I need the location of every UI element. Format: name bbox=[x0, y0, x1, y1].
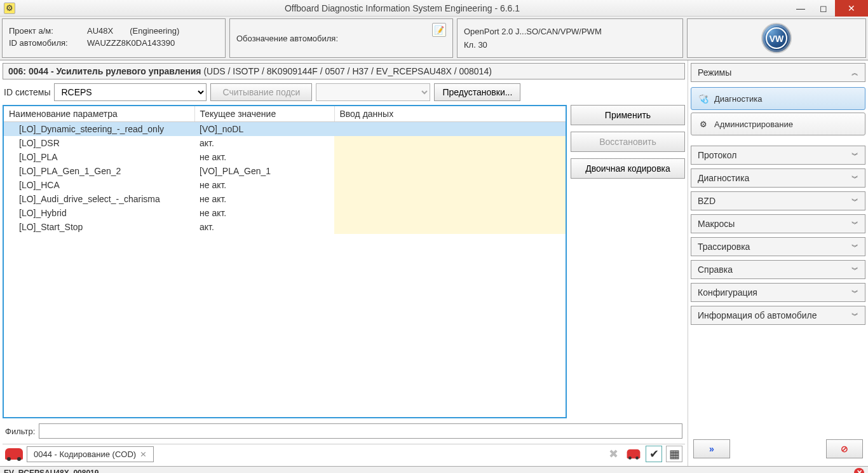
param-value: не акт. bbox=[194, 150, 334, 164]
vehicle-id-label: ID автомобиля: bbox=[9, 38, 82, 48]
param-input[interactable] bbox=[334, 150, 566, 164]
tools-disabled-icon: ✖ bbox=[605, 446, 621, 462]
col-current[interactable]: Текущее значение bbox=[194, 106, 334, 122]
chevron-down-icon: ︾ bbox=[851, 196, 858, 206]
chevron-down-icon: ︾ bbox=[851, 219, 858, 229]
side-buttons: Применить Восстановить Двоичная кодировк… bbox=[571, 105, 685, 418]
chevron-up-icon: ︽ bbox=[851, 68, 858, 78]
tab-coding[interactable]: 0044 - Кодирование (COD) ⨯ bbox=[27, 446, 154, 462]
mode-diagnostics[interactable]: 🩺 Диагностика bbox=[691, 87, 865, 110]
section-конфигурация[interactable]: Конфигурация︾ bbox=[691, 283, 865, 302]
gear-icon: ⚙ bbox=[698, 118, 709, 130]
window-buttons: — ◻ ✕ bbox=[789, 0, 868, 17]
param-input[interactable] bbox=[334, 164, 566, 178]
bottom-bar: 0044 - Кодирование (COD) ⨯ ✖ ✔ ▦ bbox=[3, 444, 685, 463]
project-label: Проект а/м: bbox=[9, 26, 82, 36]
interface-panel: OpenPort 2.0 J...SO/CAN/VPW/PWM Кл. 30 bbox=[457, 18, 683, 58]
error-icon[interactable]: ✕ bbox=[854, 468, 864, 474]
section-протокол[interactable]: Протокол︾ bbox=[691, 146, 865, 165]
car-icon[interactable] bbox=[5, 448, 23, 460]
project-panel: Проект а/м: AU48X (Engineering) ID автом… bbox=[2, 18, 226, 58]
param-value: [VO]_PLA_Gen_1 bbox=[194, 164, 334, 178]
stethoscope-icon: 🩺 bbox=[698, 93, 709, 104]
table-row[interactable]: [LO]_Hybridне акт. bbox=[4, 206, 566, 220]
section-информация-об-автомобиле[interactable]: Информация об автомобиле︾ bbox=[691, 306, 865, 325]
restore-button[interactable]: Восстановить bbox=[571, 132, 685, 152]
titlebar: ⚙ Offboard Diagnostic Information System… bbox=[0, 0, 868, 17]
section-трассировка[interactable]: Трассировка︾ bbox=[691, 237, 865, 256]
window-title: Offboard Diagnostic Information System E… bbox=[15, 3, 789, 13]
param-name: [LO]_HCA bbox=[4, 178, 194, 192]
main: 006: 0044 - Усилитель рулевого управлени… bbox=[0, 60, 868, 466]
vehicle-id-value: WAUZZZ8K0DA143390 bbox=[87, 38, 175, 48]
system-id-select[interactable]: RCEPS bbox=[54, 83, 207, 101]
mode-administration[interactable]: ⚙ Администрирование bbox=[691, 113, 865, 135]
chevron-down-icon: ︾ bbox=[851, 311, 858, 320]
section-справка[interactable]: Справка︾ bbox=[691, 260, 865, 279]
filter-label: Фильтр: bbox=[5, 427, 35, 436]
param-input[interactable] bbox=[334, 206, 566, 220]
chevron-down-icon: ︾ bbox=[851, 151, 858, 160]
table-row[interactable]: [LO]_HCAне акт. bbox=[4, 178, 566, 192]
car-small-icon[interactable] bbox=[625, 446, 642, 462]
forward-button[interactable]: » bbox=[693, 439, 730, 458]
project-role: (Engineering) bbox=[130, 26, 179, 36]
minimize-button[interactable]: — bbox=[789, 0, 812, 17]
table-row[interactable]: [LO]_Audi_drive_select_-_charismaне акт. bbox=[4, 192, 566, 206]
col-name[interactable]: Наименование параметра bbox=[4, 106, 194, 122]
accordion: Режимы ︽ 🩺 Диагностика ⚙ Администрирован… bbox=[691, 63, 865, 434]
param-input[interactable] bbox=[334, 220, 566, 234]
content-row: Наименование параметра Текущее значение … bbox=[3, 105, 685, 418]
notes-icon[interactable]: 📝 bbox=[432, 23, 446, 37]
param-name: [LO]_PLA bbox=[4, 150, 194, 164]
modes-header[interactable]: Режимы ︽ bbox=[691, 63, 865, 82]
tab-close-icon[interactable]: ⨯ bbox=[140, 449, 147, 459]
chevron-down-icon: ︾ bbox=[851, 265, 858, 275]
parameters-table-wrap: Наименование параметра Текущее значение … bbox=[3, 105, 567, 418]
grid-icon[interactable]: ▦ bbox=[666, 446, 682, 462]
vw-logo-icon: VW bbox=[761, 23, 792, 53]
filter-input[interactable] bbox=[39, 423, 682, 439]
section-bzd[interactable]: BZD︾ bbox=[691, 191, 865, 210]
param-input[interactable] bbox=[334, 122, 566, 136]
calendar-check-icon[interactable]: ✔ bbox=[646, 446, 662, 462]
vehicle-designation-panel: Обозначение автомобиля: 📝 bbox=[229, 18, 453, 58]
close-button[interactable]: ✕ bbox=[835, 0, 868, 17]
chevron-down-icon: ︾ bbox=[851, 242, 858, 252]
table-row[interactable]: [LO]_PLA_Gen_1_Gen_2[VO]_PLA_Gen_1 bbox=[4, 164, 566, 178]
preset-select[interactable] bbox=[316, 83, 430, 101]
presets-button[interactable]: Предустановки... bbox=[434, 83, 520, 101]
param-value: не акт. bbox=[194, 192, 334, 206]
status-text: EV_RCEPSAU48X_008019 bbox=[4, 469, 98, 474]
param-input[interactable] bbox=[334, 136, 566, 150]
param-input[interactable] bbox=[334, 178, 566, 192]
param-value: акт. bbox=[194, 136, 334, 150]
right-bottom-buttons: » ⊘ bbox=[691, 434, 865, 463]
vehicle-designation-label: Обозначение автомобиля: bbox=[236, 34, 446, 43]
cancel-button[interactable]: ⊘ bbox=[826, 439, 863, 458]
param-value: не акт. bbox=[194, 178, 334, 192]
parameters-table: Наименование параметра Текущее значение … bbox=[4, 106, 566, 234]
controls-row: ID системы RCEPS Считывание подси Предус… bbox=[3, 83, 685, 101]
table-row[interactable]: [LO]_PLAне акт. bbox=[4, 150, 566, 164]
table-row[interactable]: [LO]_Start_Stopакт. bbox=[4, 220, 566, 234]
param-input[interactable] bbox=[334, 192, 566, 206]
param-value: акт. bbox=[194, 220, 334, 234]
right-pane: Режимы ︽ 🩺 Диагностика ⚙ Администрирован… bbox=[688, 60, 868, 466]
read-subsystem-button[interactable]: Считывание подси bbox=[210, 83, 312, 101]
param-name: [LO]_Audi_drive_select_-_charisma bbox=[4, 192, 194, 206]
section-макросы[interactable]: Макросы︾ bbox=[691, 214, 865, 233]
table-row[interactable]: [LO]_Dynamic_steering_-_read_only[VO]_no… bbox=[4, 122, 566, 136]
col-input[interactable]: Ввод данных bbox=[334, 106, 566, 122]
binary-coding-button[interactable]: Двоичная кодировка bbox=[571, 158, 685, 179]
left-pane: 006: 0044 - Усилитель рулевого управлени… bbox=[0, 60, 688, 466]
tab-label: 0044 - Кодирование (COD) bbox=[34, 449, 136, 459]
table-row[interactable]: [LO]_DSRакт. bbox=[4, 136, 566, 150]
app-icon: ⚙ bbox=[4, 3, 15, 14]
apply-button[interactable]: Применить bbox=[571, 105, 685, 125]
interface-line1: OpenPort 2.0 J...SO/CAN/VPW/PWM bbox=[464, 27, 676, 36]
interface-line2: Кл. 30 bbox=[464, 40, 676, 50]
maximize-button[interactable]: ◻ bbox=[812, 0, 835, 17]
chevron-down-icon: ︾ bbox=[851, 174, 858, 183]
section-диагностика[interactable]: Диагностика︾ bbox=[691, 168, 865, 188]
